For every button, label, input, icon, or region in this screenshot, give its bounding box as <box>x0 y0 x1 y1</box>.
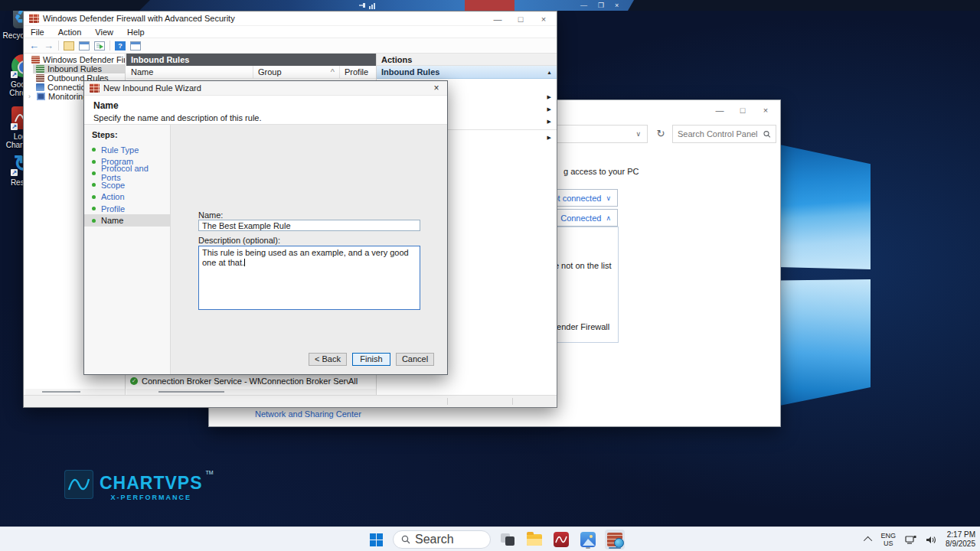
toolbar-divider <box>58 41 59 51</box>
tree-expander-icon[interactable]: › <box>28 93 34 100</box>
step-rule-type[interactable]: Rule Type <box>84 144 170 155</box>
file-explorer-button[interactable] <box>524 530 544 549</box>
step-protocol-and-ports[interactable]: Protocol and Ports <box>84 168 170 179</box>
column-header-row: Name Group^ Profile <box>126 66 399 79</box>
wizard-title-bar[interactable]: New Inbound Rule Wizard <box>84 81 447 96</box>
rules-list-header: Inbound Rules <box>126 54 399 66</box>
new-inbound-rule-wizard: New Inbound Rule Wizard × Name Specify t… <box>83 80 448 375</box>
firewall-title-bar[interactable]: Windows Defender Firewall with Advanced … <box>24 11 557 26</box>
shortcut-arrow-icon: ↗ <box>11 71 18 78</box>
network-sharing-center-link[interactable]: Network and Sharing Center <box>255 409 361 419</box>
wizard-form: Name: The Best Example Rule Description … <box>171 125 447 374</box>
step-profile[interactable]: Profile <box>84 203 170 214</box>
back-button[interactable]: < Back <box>309 353 347 366</box>
speaker-icon[interactable] <box>926 535 936 545</box>
close-icon[interactable]: × <box>430 83 443 94</box>
chartvps-brand-logo: CHARTVPS TM X-PERFORMANCE <box>64 470 203 501</box>
show-window-icon[interactable] <box>79 41 90 51</box>
finish-button[interactable]: Finish <box>352 353 390 366</box>
description-field-label: Description (optional): <box>198 236 280 245</box>
steps-label: Steps: <box>84 125 170 144</box>
tree-horizontal-scrollbar[interactable] <box>25 389 125 395</box>
forward-icon[interactable]: → <box>44 40 54 51</box>
step-name-active[interactable]: Name <box>84 214 170 226</box>
menu-action[interactable]: Action <box>58 28 82 37</box>
language-indicator[interactable]: ENG US <box>881 532 897 547</box>
taskbar-search[interactable]: Search <box>393 530 491 549</box>
restore-button[interactable]: ❐ <box>598 2 604 9</box>
step-action[interactable]: Action <box>84 191 170 203</box>
control-panel-search-input[interactable] <box>678 129 760 139</box>
close-button[interactable]: × <box>754 103 777 117</box>
network-icon[interactable] <box>905 535 916 545</box>
connection-security-icon <box>36 83 44 91</box>
outbound-rules-icon <box>36 74 44 82</box>
chartvps-icon <box>554 532 569 547</box>
submenu-arrow-icon: ▶ <box>547 119 551 125</box>
maximize-button[interactable]: □ <box>509 12 532 26</box>
pushpin-icon[interactable] <box>358 2 366 9</box>
screen: ♻ Recycle Bin ↗ Google Chrome ↗ Login Ch… <box>0 0 980 551</box>
minimize-button[interactable]: — <box>580 2 587 9</box>
step-bullet-icon <box>92 219 96 223</box>
menu-file[interactable]: File <box>31 28 44 37</box>
actions-inbound-rules-group[interactable]: Inbound Rules ▲ <box>377 66 557 79</box>
firewall-app-button[interactable] <box>605 530 625 549</box>
folder-icon <box>527 534 542 546</box>
close-button[interactable]: × <box>615 2 619 9</box>
step-bullet-icon <box>92 171 96 175</box>
new-window-icon[interactable] <box>130 41 141 51</box>
submenu-arrow-icon: ▶ <box>547 135 551 141</box>
refresh-button[interactable]: ↻ <box>652 125 670 143</box>
tray-time: 2:17 PM <box>946 530 975 540</box>
chartvps-app-button[interactable] <box>551 530 571 549</box>
menu-view[interactable]: View <box>95 28 113 37</box>
name-field[interactable]: The Best Example Rule <box>198 220 420 231</box>
wizard-body: Steps: Rule Type Program Protocol and Po… <box>84 125 447 374</box>
tray-overflow-chevron-icon[interactable] <box>863 536 871 545</box>
chevron-down-icon[interactable]: ∨ <box>635 130 647 138</box>
wallpaper-window-pane-bottom <box>769 279 871 408</box>
control-panel-search[interactable] <box>672 125 776 143</box>
firewall-root-icon <box>31 56 40 64</box>
maximize-button[interactable]: □ <box>731 103 754 117</box>
text-caret <box>244 259 245 266</box>
enabled-rule-icon: ✓ <box>130 377 138 385</box>
tree-item-root[interactable]: Windows Defender Firewall with <box>25 55 125 64</box>
tree-item-inbound-rules[interactable]: Inbound Rules <box>33 64 125 73</box>
monitoring-icon <box>37 93 45 100</box>
menu-bar: File Action View Help <box>24 26 557 38</box>
close-button[interactable]: × <box>532 12 555 26</box>
rule-profile-cell: All <box>348 377 358 386</box>
menu-help[interactable]: Help <box>127 28 145 37</box>
cancel-button[interactable]: Cancel <box>396 353 434 366</box>
console-tree-icon[interactable] <box>64 41 74 51</box>
start-button[interactable] <box>366 530 386 549</box>
brand-tagline: X-PERFORMANCE <box>100 494 203 501</box>
photos-app-button[interactable] <box>578 530 598 549</box>
wizard-heading: Name <box>93 100 447 111</box>
rule-row-connection-broker[interactable]: ✓ Connection Broker Service - WMI (DCO..… <box>126 375 393 387</box>
active-app-indicator <box>609 547 621 549</box>
minimize-button[interactable]: — <box>708 103 731 117</box>
collapse-icon[interactable]: ▲ <box>547 70 552 75</box>
task-view-button[interactable] <box>498 530 518 549</box>
name-field-label: Name: <box>198 210 223 220</box>
column-header-group[interactable]: Group^ <box>253 66 340 78</box>
rules-horizontal-scrollbar[interactable] <box>126 389 399 395</box>
clock[interactable]: 2:17 PM 8/9/2025 <box>946 530 975 549</box>
minimize-button[interactable]: — <box>486 12 509 26</box>
search-icon <box>401 535 410 544</box>
chevron-down-icon: ∨ <box>606 194 611 202</box>
column-header-name[interactable]: Name <box>126 66 253 78</box>
step-bullet-icon <box>92 148 96 152</box>
firewall-window-controls: — □ × <box>486 12 555 26</box>
help-icon[interactable]: ? <box>115 41 126 51</box>
export-list-icon[interactable] <box>94 41 105 51</box>
windows-logo-icon <box>370 533 383 546</box>
status-bar <box>24 395 557 407</box>
description-field[interactable]: This rule is being used as an example, a… <box>198 246 420 310</box>
inbound-rules-icon <box>36 65 44 73</box>
back-icon[interactable]: ← <box>29 40 39 51</box>
shortcut-arrow-icon: ↗ <box>11 123 18 130</box>
